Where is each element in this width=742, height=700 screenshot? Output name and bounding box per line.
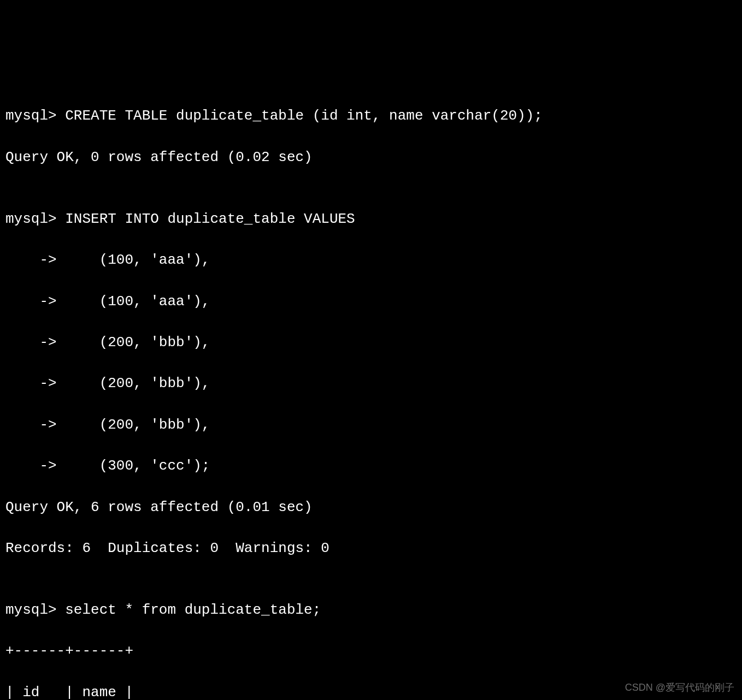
sql-insert-statement: mysql> INSERT INTO duplicate_table VALUE… [5, 209, 737, 230]
terminal-output[interactable]: mysql> CREATE TABLE duplicate_table (id … [5, 86, 737, 700]
query-records-msg: Records: 6 Duplicates: 0 Warnings: 0 [5, 538, 737, 559]
sql-insert-values: -> (200, 'bbb'), [5, 415, 737, 436]
query-result-msg: Query OK, 0 rows affected (0.02 sec) [5, 147, 737, 168]
csdn-watermark: CSDN @爱写代码的刚子 [625, 680, 734, 695]
sql-insert-values: -> (200, 'bbb'), [5, 373, 737, 394]
sql-insert-values: -> (200, 'bbb'), [5, 333, 737, 353]
table-border: +------+------+ [5, 641, 737, 662]
query-result-msg: Query OK, 6 rows affected (0.01 sec) [5, 497, 737, 518]
sql-insert-values: -> (100, 'aaa'), [5, 292, 737, 312]
sql-select-statement: mysql> select * from duplicate_table; [5, 600, 737, 621]
sql-create-statement: mysql> CREATE TABLE duplicate_table (id … [5, 106, 737, 127]
sql-insert-values: -> (100, 'aaa'), [5, 250, 737, 271]
sql-insert-values: -> (300, 'ccc'); [5, 456, 737, 477]
